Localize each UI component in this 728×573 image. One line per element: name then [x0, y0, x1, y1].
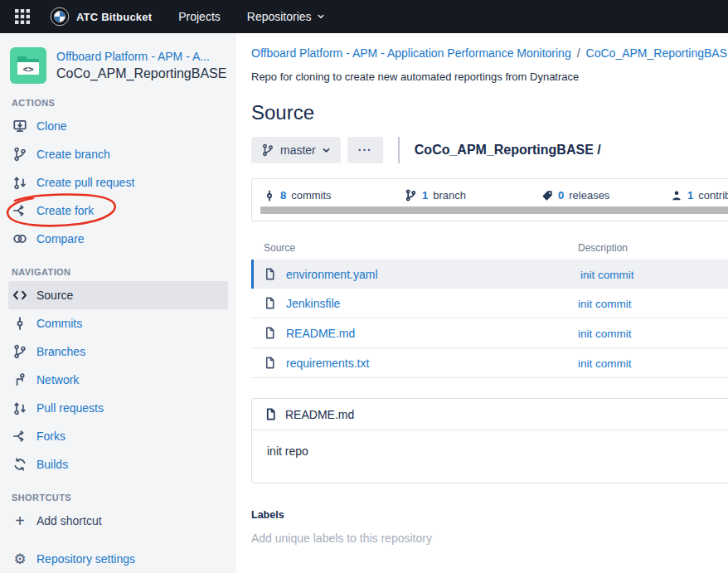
branch-icon: [405, 189, 417, 202]
add-shortcut-button[interactable]: + Add shortcut: [8, 507, 228, 535]
bitbucket-repo-page: { "colors": { "navbar_bg": "#141922", "l…: [0, 0, 728, 573]
file-icon: [264, 327, 276, 339]
repo-name[interactable]: CoCo_APM_ReportingBASE: [56, 65, 226, 82]
action-clone[interactable]: Clone: [8, 112, 228, 140]
sidebar-item-builds[interactable]: Builds: [8, 450, 228, 478]
page-title: Source: [251, 100, 728, 126]
bmw-logo[interactable]: [50, 7, 70, 27]
file-row[interactable]: requirements.txt init commit: [251, 348, 728, 378]
action-create-branch[interactable]: Create branch: [8, 140, 228, 168]
nav-item-label: Network: [36, 373, 79, 386]
app-grid-icon[interactable]: [12, 6, 33, 27]
more-actions-button[interactable]: ···: [347, 137, 383, 163]
fork-icon: [10, 203, 30, 218]
stat-branches[interactable]: 1 branch: [405, 189, 466, 202]
action-label: Create branch: [36, 148, 110, 161]
nav-item-label: Builds: [36, 458, 68, 471]
stat-contributors[interactable]: 1 contributor: [671, 189, 728, 202]
action-create-pull-request[interactable]: Create pull request: [8, 168, 228, 197]
labels-section: Labels Add unique labels to this reposit…: [251, 509, 728, 545]
breadcrumb: Offboard Platform - APM - Application Pe…: [251, 45, 728, 61]
sidebar-item-source[interactable]: Source: [8, 281, 228, 309]
labels-input-placeholder[interactable]: Add unique labels to this repository: [251, 532, 728, 545]
svg-text:<>: <>: [22, 64, 34, 75]
commit-icon: [10, 316, 30, 331]
toolbar-divider: [398, 137, 400, 163]
file-row[interactable]: README.md init commit: [251, 318, 728, 348]
compare-icon: [10, 231, 30, 246]
branch-icon: [10, 344, 30, 359]
main-content: Offboard Platform - APM - Application Pe…: [236, 33, 728, 573]
fork-icon: [10, 429, 30, 444]
repo-avatar-icon: <>: [10, 47, 46, 84]
sidebar-item-forks[interactable]: Forks: [8, 422, 228, 450]
top-navbar: ATC Bitbucket Projects Repositories: [0, 0, 728, 33]
file-link[interactable]: requirements.txt: [286, 357, 369, 370]
file-icon: [264, 297, 276, 309]
source-toolbar: master ··· CoCo_APM_ReportingBASE /: [251, 137, 728, 163]
breadcrumb-project-link[interactable]: Offboard Platform - APM - Application Pe…: [251, 46, 571, 60]
file-path: CoCo_APM_ReportingBASE /: [415, 143, 601, 158]
navigation-heading: NAVIGATION: [0, 267, 236, 278]
person-icon: [671, 190, 682, 202]
file-row[interactable]: Jenkinsfile init commit: [251, 289, 728, 318]
commit-message-link[interactable]: init commit: [578, 298, 632, 310]
repository-settings-label: Repository settings: [36, 552, 135, 566]
file-table: Source Description environment.yaml init…: [251, 236, 728, 378]
project-link[interactable]: Offboard Platform - APM - A...: [56, 49, 226, 65]
readme-panel: README.md init repo: [251, 398, 728, 483]
action-label: Compare: [36, 232, 85, 245]
file-icon: [265, 408, 277, 420]
file-link[interactable]: README.md: [286, 327, 355, 340]
readme-file-link[interactable]: README.md: [285, 408, 354, 421]
stat-commits[interactable]: 8 commits: [264, 189, 332, 202]
breadcrumb-repo-link[interactable]: CoCo_APM_ReportingBASE: [586, 46, 728, 60]
action-label: Create pull request: [36, 176, 134, 189]
pull-request-icon: [10, 401, 30, 415]
file-row[interactable]: environment.yaml init commit: [251, 260, 728, 289]
column-source: Source: [251, 242, 578, 254]
branch-name: master: [280, 143, 316, 157]
nav-item-label: Commits: [36, 317, 82, 330]
action-label: Clone: [36, 119, 67, 133]
readme-header: README.md: [252, 399, 728, 430]
commit-message-link[interactable]: init commit: [580, 269, 634, 281]
stat-releases[interactable]: 0 releases: [541, 189, 609, 202]
readme-content: init repo: [252, 430, 728, 483]
builds-icon: [10, 457, 30, 472]
sidebar-item-pull-requests[interactable]: Pull requests: [8, 394, 228, 422]
column-description: Description: [578, 242, 728, 254]
stats-horizontal-scrollbar[interactable]: [260, 206, 728, 214]
nav-projects[interactable]: Projects: [178, 10, 221, 23]
commit-message-link[interactable]: init commit: [578, 357, 632, 370]
sidebar-item-network[interactable]: Network: [8, 366, 228, 394]
gear-icon: ⚙: [10, 552, 30, 566]
commit-message-link[interactable]: init commit: [578, 328, 632, 340]
file-link[interactable]: environment.yaml: [286, 268, 378, 281]
action-compare[interactable]: Compare: [8, 225, 228, 253]
branch-icon: [10, 147, 30, 162]
file-icon: [264, 268, 276, 280]
commit-icon: [264, 190, 275, 202]
file-table-header: Source Description: [251, 236, 728, 260]
file-link[interactable]: Jenkinsfile: [286, 297, 340, 310]
sidebar-item-commits[interactable]: Commits: [8, 309, 228, 337]
branch-icon: [261, 143, 274, 157]
repository-settings-button[interactable]: ⚙ Repository settings: [8, 545, 228, 573]
app-title: ATC Bitbucket: [76, 11, 152, 23]
tag-icon: [541, 190, 553, 202]
branch-selector[interactable]: master: [251, 137, 341, 163]
action-create-fork[interactable]: Create fork: [8, 197, 228, 225]
code-icon: [10, 288, 30, 303]
actions-heading: ACTIONS: [0, 98, 236, 109]
sidebar-item-branches[interactable]: Branches: [8, 337, 228, 366]
nav-repositories[interactable]: Repositories: [247, 10, 325, 23]
network-icon: [10, 372, 30, 387]
labels-heading: Labels: [251, 509, 728, 521]
pull-request-icon: [10, 175, 30, 190]
sidebar: <> Offboard Platform - APM - A... CoCo_A…: [0, 33, 236, 573]
nav-item-label: Source: [36, 289, 73, 302]
file-icon: [264, 357, 276, 369]
repo-stats-bar: 8 commits 1 branch 0 releases 1 contribu…: [251, 178, 728, 221]
nav-item-label: Forks: [36, 430, 66, 443]
